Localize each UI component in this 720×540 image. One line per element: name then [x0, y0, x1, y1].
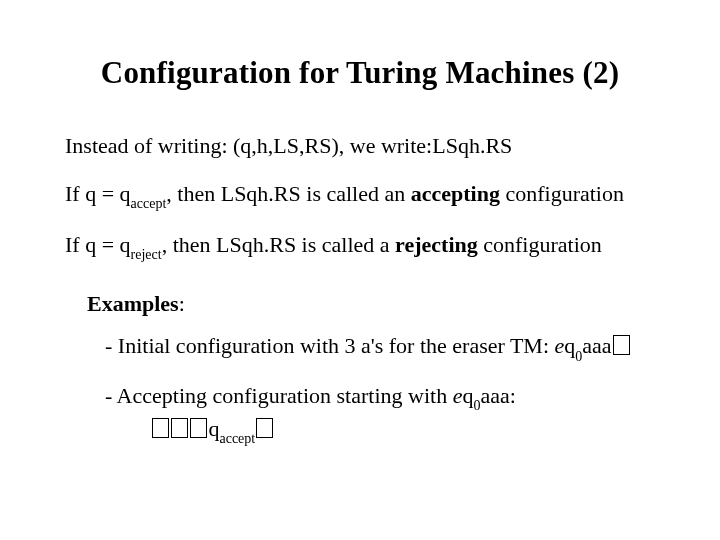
reject-line: If q = qreject, then LSqh.RS is called a… [65, 230, 655, 263]
text: , then LSqh.RS is called an [166, 181, 410, 206]
examples-label: Examples: [87, 291, 655, 317]
slide: Configuration for Turing Machines (2) In… [0, 0, 720, 540]
text: , then LSqh.RS is called a [162, 232, 395, 257]
italic-e: e [555, 333, 565, 358]
examples-block: Examples: - Initial configuration with 3… [65, 291, 655, 447]
blank-symbol-icon [152, 418, 169, 438]
blank-symbol-icon [256, 418, 273, 438]
text: If q = q [65, 232, 131, 257]
text: aaa: [480, 383, 515, 408]
text: configuration [478, 232, 602, 257]
intro-line: Instead of writing: (q,h,LS,RS), we writ… [65, 131, 655, 161]
result-config: qaccept [151, 414, 274, 447]
subscript-0: 0 [473, 398, 480, 413]
bold-rejecting: rejecting [395, 232, 478, 257]
italic-e: e [453, 383, 463, 408]
example-2: - Accepting configuration starting with … [105, 381, 655, 448]
text: aaa [582, 333, 611, 358]
text: q [462, 383, 473, 408]
subscript-accept: accept [219, 431, 255, 446]
slide-title: Configuration for Turing Machines (2) [65, 55, 655, 91]
subscript-0: 0 [575, 349, 582, 364]
subscript-reject: reject [131, 247, 162, 262]
text: q [564, 333, 575, 358]
bold-accepting: accepting [411, 181, 500, 206]
text: If q = q [65, 181, 131, 206]
text: - Accepting configuration starting with [105, 383, 453, 408]
text: - Initial configuration with 3 a's for t… [105, 333, 555, 358]
blank-symbol-icon [171, 418, 188, 438]
text: configuration [500, 181, 624, 206]
subscript-accept: accept [131, 196, 167, 211]
text: q [208, 416, 219, 441]
text: Examples [87, 291, 179, 316]
blank-symbol-icon [190, 418, 207, 438]
accept-line: If q = qaccept, then LSqh.RS is called a… [65, 179, 655, 212]
text: : [179, 291, 185, 316]
blank-symbol-icon [613, 335, 630, 355]
example-1: - Initial configuration with 3 a's for t… [105, 331, 655, 364]
